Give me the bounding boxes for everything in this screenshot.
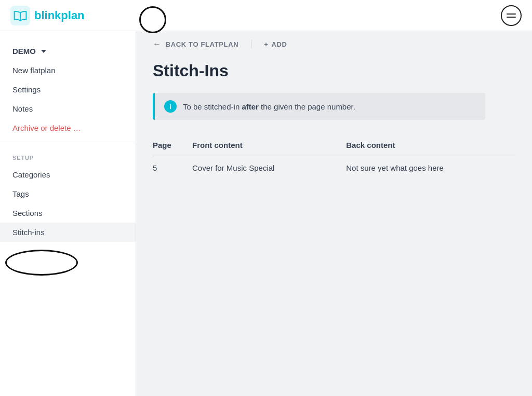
back-to-flatplan-link[interactable]: ← BACK TO FLATPLAN [153,39,238,49]
col-front-content: Front content [184,136,338,156]
info-text-bold: after [242,102,259,111]
sidebar-item-label: Stitch-ins [12,228,45,237]
topbar: blinkplan [0,0,532,31]
sidebar-item-label: Archive or delete … [12,124,81,132]
info-text: To be stitched-in after the given the pa… [183,102,355,111]
sidebar: DEMO New flatplan Settings Notes Archive… [0,31,136,396]
main-layout: DEMO New flatplan Settings Notes Archive… [0,31,532,396]
logo-icon [10,6,30,25]
demo-label: DEMO [12,47,36,56]
info-text-pre: To be stitched-in [183,102,242,111]
hamburger-line-2 [507,17,516,18]
sidebar-divider [0,142,136,142]
sidebar-item-categories[interactable]: Categories [0,165,136,184]
cell-back-content: Not sure yet what goes here [338,156,515,180]
action-bar: ← BACK TO FLATPLAN + ADD [136,31,532,57]
info-text-post: the given the page number. [259,102,355,111]
sidebar-item-sections[interactable]: Sections [0,203,136,223]
logo-text: blinkplan [34,9,85,22]
topbar-right [501,5,522,26]
info-banner: i To be stitched-in after the given the … [153,93,485,120]
hamburger-line-1 [507,13,516,15]
table-row: 5 Cover for Music Special Not sure yet w… [153,156,515,180]
add-button[interactable]: + ADD [264,40,287,48]
page-content: Stitch-Ins i To be stitched-in after the… [136,57,532,196]
sidebar-item-label: Settings [12,85,41,94]
cell-page: 5 [153,156,184,180]
sidebar-item-label: Notes [12,104,33,113]
plus-icon: + [264,40,268,48]
chevron-down-icon [41,50,46,53]
add-label: ADD [272,40,287,48]
hamburger-menu-button[interactable] [501,5,522,26]
setup-section-label: SETUP [0,146,136,165]
logo: blinkplan [10,6,85,25]
content-area: ← BACK TO FLATPLAN + ADD Stitch-Ins i To… [136,31,532,396]
sidebar-item-archive[interactable]: Archive or delete … [0,118,136,138]
col-page: Page [153,136,184,156]
sidebar-item-new-flatplan[interactable]: New flatplan [0,61,136,80]
sidebar-item-tags[interactable]: Tags [0,184,136,203]
sidebar-item-stitch-ins[interactable]: Stitch-ins [0,223,136,242]
back-arrow-icon: ← [153,39,162,49]
sidebar-item-label: Sections [12,209,43,217]
sidebar-item-label: New flatplan [12,66,56,75]
sidebar-item-notes[interactable]: Notes [0,99,136,118]
sidebar-item-label: Categories [12,170,50,179]
cell-front-content: Cover for Music Special [184,156,338,180]
page-title: Stitch-Ins [153,61,515,80]
stitch-ins-table: Page Front content Back content 5 Cover … [153,136,515,180]
info-icon: i [164,100,177,113]
action-bar-separator [251,39,251,49]
back-link-label: BACK TO FLATPLAN [166,40,239,48]
col-back-content: Back content [338,136,515,156]
sidebar-item-settings[interactable]: Settings [0,80,136,99]
sidebar-demo-item[interactable]: DEMO [0,42,136,61]
sidebar-item-label: Tags [12,189,29,198]
